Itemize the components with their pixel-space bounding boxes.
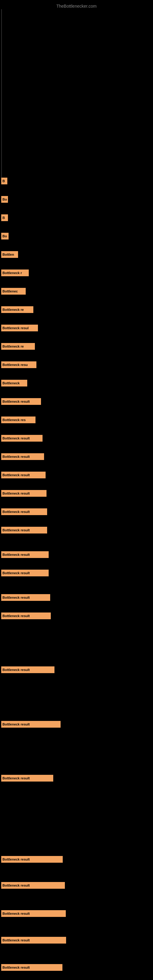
bar-item-21: Bottleneck result (1, 551, 49, 558)
bar-label-32: Bottleneck result (2, 966, 30, 969)
bar-3: B (1, 215, 8, 221)
bar-item-11: Bottleneck resu (1, 361, 37, 368)
bar-label-2: Bo (2, 197, 7, 201)
vertical-line (1, 9, 2, 181)
bar-label-1: B (2, 179, 5, 183)
bar-12: Bottleneck (1, 380, 27, 387)
bar-item-15: Bottleneck result (1, 435, 43, 442)
bar-item-12: Bottleneck (1, 380, 27, 387)
bar-item-22: Bottleneck result (1, 570, 49, 576)
bar-label-19: Bottleneck result (2, 510, 30, 514)
bar-item-30: Bottleneck result (1, 910, 66, 917)
bar-25: Bottleneck result (1, 667, 54, 673)
bar-22: Bottleneck result (1, 570, 49, 576)
bar-item-16: Bottleneck result (1, 453, 44, 460)
bar-16: Bottleneck result (1, 453, 44, 460)
bar-31: Bottleneck result (1, 937, 66, 943)
bar-6: Bottleneck r (1, 269, 29, 276)
bar-label-25: Bottleneck result (2, 668, 30, 671)
bar-item-10: Bottleneck re (1, 343, 35, 350)
bar-item-7: Bottlenec (1, 288, 26, 294)
bar-23: Bottleneck result (1, 594, 50, 601)
bar-label-11: Bottleneck resu (2, 363, 28, 367)
bar-13: Bottleneck result (1, 398, 41, 405)
bar-2: Bo (1, 196, 8, 203)
bar-19: Bottleneck result (1, 508, 47, 515)
bar-30: Bottleneck result (1, 910, 66, 917)
bar-item-29: Bottleneck result (1, 882, 65, 889)
bar-1: B (1, 178, 7, 185)
bar-15: Bottleneck result (1, 435, 43, 442)
bar-label-29: Bottleneck result (2, 883, 30, 887)
bar-item-8: Bottleneck re (1, 306, 33, 313)
bar-label-15: Bottleneck result (2, 436, 30, 440)
bar-label-9: Bottleneck resul (2, 326, 29, 330)
bar-item-31: Bottleneck result (1, 937, 66, 943)
bar-label-18: Bottleneck result (2, 492, 30, 495)
bar-item-5: Bottlen (1, 251, 18, 258)
bar-item-4: Bo (1, 233, 9, 240)
bar-label-30: Bottleneck result (2, 912, 30, 915)
bar-label-24: Bottleneck result (2, 614, 30, 618)
bar-label-23: Bottleneck result (2, 596, 30, 599)
bar-label-21: Bottleneck result (2, 553, 30, 557)
bar-item-9: Bottleneck resul (1, 325, 38, 331)
bar-label-16: Bottleneck result (2, 455, 30, 458)
bar-20: Bottleneck result (1, 527, 47, 533)
bar-8: Bottleneck re (1, 306, 33, 313)
bar-item-26: Bottleneck result (1, 721, 61, 728)
bar-label-7: Bottlenec (2, 290, 18, 293)
bar-item-17: Bottleneck result (1, 472, 46, 478)
bar-label-14: Bottleneck res (2, 418, 26, 422)
bar-18: Bottleneck result (1, 490, 46, 497)
site-title: TheBottlenecker.com (0, 1, 153, 11)
bar-label-28: Bottleneck result (2, 858, 30, 861)
bar-item-32: Bottleneck result (1, 964, 62, 971)
bar-item-27: Bottleneck result (1, 775, 53, 781)
bar-item-24: Bottleneck result (1, 612, 51, 619)
bar-label-10: Bottleneck re (2, 345, 24, 348)
bar-item-2: Bo (1, 196, 8, 203)
bar-item-13: Bottleneck result (1, 398, 41, 405)
bar-label-31: Bottleneck result (2, 939, 30, 942)
bar-item-19: Bottleneck result (1, 508, 47, 515)
bar-10: Bottleneck re (1, 343, 35, 350)
bar-item-28: Bottleneck result (1, 856, 63, 863)
bar-label-12: Bottleneck (2, 381, 19, 385)
bar-21: Bottleneck result (1, 551, 49, 558)
bar-label-20: Bottleneck result (2, 528, 30, 532)
bar-11: Bottleneck resu (1, 361, 37, 368)
bar-item-14: Bottleneck res (1, 417, 35, 423)
bar-7: Bottlenec (1, 288, 26, 294)
bar-29: Bottleneck result (1, 882, 65, 889)
bar-5: Bottlen (1, 251, 18, 258)
bar-item-3: B (1, 215, 8, 221)
bar-9: Bottleneck resul (1, 325, 38, 331)
bar-label-22: Bottleneck result (2, 571, 30, 575)
bar-label-5: Bottlen (2, 253, 14, 256)
bar-28: Bottleneck result (1, 856, 63, 863)
bar-4: Bo (1, 233, 9, 240)
bar-item-23: Bottleneck result (1, 594, 50, 601)
bar-item-18: Bottleneck result (1, 490, 46, 497)
bar-17: Bottleneck result (1, 472, 46, 478)
bar-27: Bottleneck result (1, 775, 53, 781)
bar-label-17: Bottleneck result (2, 473, 30, 477)
bar-item-6: Bottleneck r (1, 269, 29, 276)
bar-item-20: Bottleneck result (1, 527, 47, 533)
bar-label-26: Bottleneck result (2, 722, 30, 726)
bar-label-8: Bottleneck re (2, 308, 24, 312)
bar-label-3: B (2, 216, 5, 220)
bar-label-13: Bottleneck result (2, 400, 30, 403)
bar-14: Bottleneck res (1, 417, 35, 423)
bar-32: Bottleneck result (1, 964, 62, 971)
bar-label-27: Bottleneck result (2, 776, 30, 780)
bar-item-1: B (1, 178, 7, 185)
bar-24: Bottleneck result (1, 612, 51, 619)
bar-label-6: Bottleneck r (2, 271, 22, 275)
bar-26: Bottleneck result (1, 721, 61, 728)
bar-label-4: Bo (2, 234, 7, 238)
bar-item-25: Bottleneck result (1, 667, 54, 673)
